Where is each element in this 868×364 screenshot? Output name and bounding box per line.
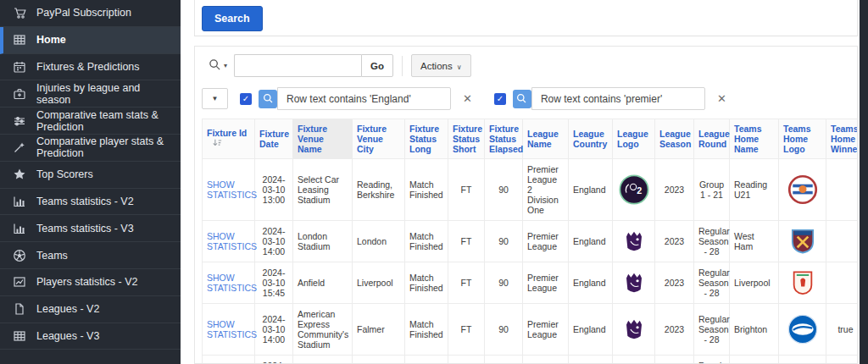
column-header-league-name[interactable]: League Name bbox=[523, 119, 569, 159]
column-header-league-season[interactable]: League Season bbox=[655, 119, 694, 159]
filter-search-icon[interactable] bbox=[259, 90, 277, 108]
column-header-teams-home-logo[interactable]: Teams Home Logo bbox=[779, 119, 826, 159]
filter-checkbox[interactable]: ✓ bbox=[494, 93, 506, 105]
sidebar-item-home[interactable]: Home bbox=[0, 27, 181, 54]
table-row: SHOW STATISTICS2024-03-10 15:45AnfieldLi… bbox=[203, 262, 859, 304]
sidebar-item-label: Comparative player stats & Prediction bbox=[36, 135, 169, 159]
main-content: Search ▾ Go Actions∨ ▼ ✓ bbox=[181, 0, 860, 364]
show-statistics-link[interactable]: SHOW STATISTICS bbox=[207, 231, 257, 251]
close-icon[interactable]: ✕ bbox=[717, 92, 726, 105]
search-button[interactable]: Search bbox=[202, 6, 263, 31]
cell-league_name: Premier League bbox=[523, 304, 569, 356]
sidebar-item-comparative-player-stats-and-prediction[interactable]: Comparative player stats & Prediction bbox=[0, 135, 181, 162]
column-header-teams-home-name[interactable]: Teams Home Name bbox=[730, 119, 779, 159]
column-header-fixture-venue-name[interactable]: Fixture Venue Name bbox=[293, 119, 353, 159]
sidebar-item-label: Leagues - V3 bbox=[36, 330, 99, 342]
sidebar-item-teams-statistics-v3[interactable]: Teams statistics - V3 bbox=[0, 215, 181, 242]
column-header-label: Teams Home Logo bbox=[783, 124, 811, 154]
cell-venue_city: Birmingham bbox=[353, 356, 405, 364]
cell-league_round: Regular Season - 28 bbox=[694, 304, 730, 356]
cell-status_elapsed: 90 bbox=[485, 356, 523, 364]
column-header-fixture-status-short[interactable]: Fixture Status Short bbox=[448, 119, 485, 159]
sidebar-item-label: Teams bbox=[36, 250, 68, 262]
fixtures-table: Fixture IdFixture DateFixture Venue Name… bbox=[202, 119, 858, 364]
sidebar-item-teams[interactable]: Teams bbox=[0, 242, 181, 269]
cell-league_country: England bbox=[569, 221, 613, 262]
sidebar-item-teams-statistics-v2[interactable]: Teams statistics - V2 bbox=[0, 189, 181, 216]
filter-search-icon[interactable] bbox=[513, 90, 531, 108]
filter-label[interactable]: Row text contains 'England' bbox=[277, 87, 451, 110]
filters-expand-button[interactable]: ▼ bbox=[202, 88, 228, 109]
toolbar-divider bbox=[402, 56, 403, 76]
cell-date: 2024-03-10 13:00 bbox=[255, 159, 293, 221]
cell-status_elapsed: 90 bbox=[485, 159, 523, 221]
cell-home_logo: AVFC bbox=[779, 356, 826, 364]
search-column-menu-button[interactable]: ▾ bbox=[202, 54, 234, 77]
column-header-fixture-id[interactable]: Fixture Id bbox=[203, 119, 255, 159]
team-logo-brighton-icon bbox=[783, 314, 821, 345]
column-header-fixture-status-long[interactable]: Fixture Status Long bbox=[405, 119, 448, 159]
cell-status_short: FT bbox=[448, 262, 485, 304]
sidebar-item-paypal-subscription[interactable]: PayPal Subscription bbox=[0, 0, 181, 27]
column-header-fixture-venue-city[interactable]: Fixture Venue City bbox=[353, 119, 405, 159]
sidebar-item-label: Home bbox=[36, 34, 66, 46]
column-header-label: League Logo bbox=[617, 129, 648, 149]
cell-home_winner: false bbox=[826, 356, 859, 364]
column-header-label: League Season bbox=[659, 129, 691, 149]
close-icon[interactable]: ✕ bbox=[463, 92, 472, 105]
cell-league_country: England bbox=[569, 356, 613, 364]
go-button[interactable]: Go bbox=[361, 54, 393, 77]
filter-premier: ✓ Row text contains 'premier' ✕ bbox=[494, 87, 748, 110]
cell-league_logo bbox=[613, 304, 655, 356]
cell-home_name: Reading U21 bbox=[730, 159, 779, 221]
bar-chart-icon bbox=[12, 194, 26, 208]
sidebar-item-comparative-team-stats-and-prediction[interactable]: Comparative team stats & Prediction bbox=[0, 108, 181, 135]
sidebar-item-label: Teams statistics - V3 bbox=[36, 223, 134, 234]
column-header-league-country[interactable]: League Country bbox=[569, 119, 613, 159]
column-header-league-round[interactable]: League Round bbox=[694, 119, 730, 159]
show-statistics-link[interactable]: SHOW STATISTICS bbox=[207, 179, 257, 200]
cell-league_country: England bbox=[569, 304, 613, 356]
sidebar-item-leagues-v3[interactable]: Leagues - V3 bbox=[0, 323, 181, 350]
actions-label: Actions bbox=[420, 61, 453, 71]
cell-home_name: Brighton bbox=[730, 304, 779, 356]
column-header-fixture-date[interactable]: Fixture Date bbox=[255, 119, 293, 159]
column-header-label: Teams Home Winner bbox=[831, 124, 858, 154]
cell-league_season: 2023 bbox=[655, 356, 694, 364]
cell-home_winner bbox=[826, 221, 859, 262]
cell-league_name: Premier League bbox=[523, 356, 569, 364]
show-statistics-link[interactable]: SHOW STATISTICS bbox=[207, 319, 257, 339]
league-logo-pl-icon bbox=[617, 267, 650, 298]
search-icon bbox=[209, 58, 221, 74]
sidebar-item-label: Players statistics - V2 bbox=[36, 276, 137, 288]
sidebar-item-injuries-by-league-and-season[interactable]: Injuries by league and season bbox=[0, 80, 181, 108]
cell-venue_name: Select Car Leasing Stadium bbox=[293, 159, 353, 221]
report-search-input[interactable] bbox=[234, 54, 361, 77]
column-header-league-logo[interactable]: League Logo bbox=[613, 119, 655, 159]
wand-icon bbox=[12, 141, 26, 155]
sidebar-item-leagues-v2[interactable]: Leagues - V2 bbox=[0, 296, 181, 323]
filter-label[interactable]: Row text contains 'premier' bbox=[531, 87, 705, 110]
sidebar-item-fixtures-and-predictions[interactable]: Fixtures & Predictions bbox=[0, 54, 181, 81]
cell-league_name: Premier League bbox=[523, 221, 569, 262]
bar-chart-icon bbox=[12, 221, 26, 235]
show-statistics-link[interactable]: SHOW STATISTICS bbox=[207, 273, 257, 293]
cell-date: 2024-03-10 14:00 bbox=[255, 221, 293, 262]
cell-home_logo bbox=[779, 304, 826, 356]
cell-venue_name: Anfield bbox=[293, 262, 353, 304]
cell-home_name: West Ham bbox=[730, 221, 779, 262]
cell-status_elapsed: 90 bbox=[485, 262, 523, 304]
filter-checkbox[interactable]: ✓ bbox=[240, 93, 252, 105]
sidebar-item-top-scorers[interactable]: Top Scorers bbox=[0, 162, 181, 189]
actions-menu-button[interactable]: Actions∨ bbox=[411, 54, 471, 77]
table-icon bbox=[12, 33, 26, 47]
cell-league_logo bbox=[613, 262, 655, 304]
cell-league_round: Regular Season - 28 bbox=[694, 221, 730, 262]
column-header-label: League Name bbox=[527, 129, 559, 149]
cell-home_logo bbox=[779, 221, 826, 262]
sidebar-item-players-statistics-v2[interactable]: Players statistics - V2 bbox=[0, 269, 181, 296]
cell-status_short: FT bbox=[448, 304, 485, 356]
column-header-teams-home-winner[interactable]: Teams Home Winner bbox=[826, 119, 859, 159]
team-logo-astonvilla-icon: AVFC bbox=[783, 361, 821, 364]
column-header-fixture-status-elapsed[interactable]: Fixture Status Elapsed bbox=[485, 119, 523, 159]
